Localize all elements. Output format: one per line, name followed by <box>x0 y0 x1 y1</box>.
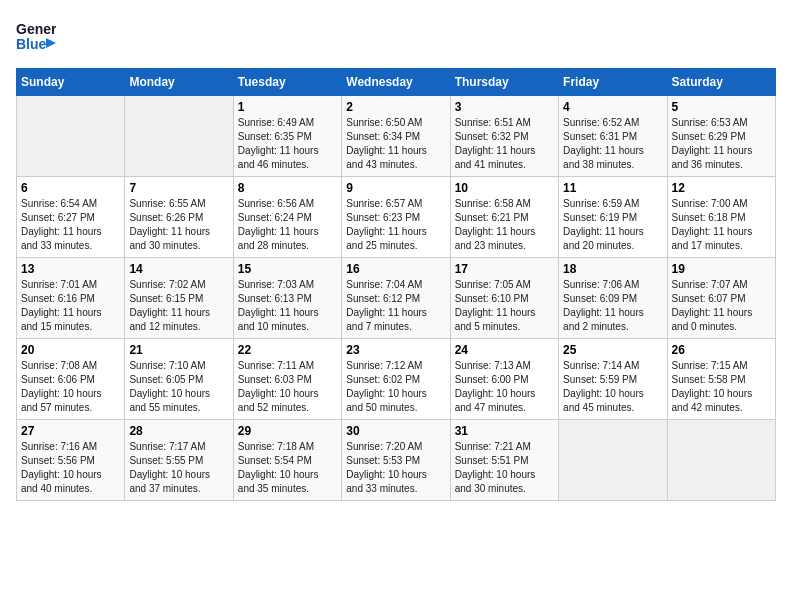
day-info: Sunrise: 7:17 AMSunset: 5:55 PMDaylight:… <box>129 440 228 496</box>
day-number: 2 <box>346 100 445 114</box>
calendar-cell: 31Sunrise: 7:21 AMSunset: 5:51 PMDayligh… <box>450 420 558 501</box>
calendar-cell: 20Sunrise: 7:08 AMSunset: 6:06 PMDayligh… <box>17 339 125 420</box>
day-info: Sunrise: 7:20 AMSunset: 5:53 PMDaylight:… <box>346 440 445 496</box>
day-info: Sunrise: 7:13 AMSunset: 6:00 PMDaylight:… <box>455 359 554 415</box>
calendar-cell: 15Sunrise: 7:03 AMSunset: 6:13 PMDayligh… <box>233 258 341 339</box>
weekday-header: Saturday <box>667 69 775 96</box>
day-number: 11 <box>563 181 662 195</box>
day-info: Sunrise: 7:06 AMSunset: 6:09 PMDaylight:… <box>563 278 662 334</box>
day-number: 30 <box>346 424 445 438</box>
calendar-week-row: 20Sunrise: 7:08 AMSunset: 6:06 PMDayligh… <box>17 339 776 420</box>
day-info: Sunrise: 6:56 AMSunset: 6:24 PMDaylight:… <box>238 197 337 253</box>
calendar-cell: 29Sunrise: 7:18 AMSunset: 5:54 PMDayligh… <box>233 420 341 501</box>
day-number: 16 <box>346 262 445 276</box>
calendar-cell: 21Sunrise: 7:10 AMSunset: 6:05 PMDayligh… <box>125 339 233 420</box>
logo: General Blue <box>16 16 62 58</box>
day-number: 25 <box>563 343 662 357</box>
day-info: Sunrise: 7:07 AMSunset: 6:07 PMDaylight:… <box>672 278 771 334</box>
day-number: 4 <box>563 100 662 114</box>
day-number: 13 <box>21 262 120 276</box>
calendar-cell: 26Sunrise: 7:15 AMSunset: 5:58 PMDayligh… <box>667 339 775 420</box>
day-info: Sunrise: 6:49 AMSunset: 6:35 PMDaylight:… <box>238 116 337 172</box>
day-info: Sunrise: 6:50 AMSunset: 6:34 PMDaylight:… <box>346 116 445 172</box>
day-number: 31 <box>455 424 554 438</box>
day-info: Sunrise: 6:59 AMSunset: 6:19 PMDaylight:… <box>563 197 662 253</box>
day-number: 6 <box>21 181 120 195</box>
calendar-cell: 23Sunrise: 7:12 AMSunset: 6:02 PMDayligh… <box>342 339 450 420</box>
calendar-cell: 16Sunrise: 7:04 AMSunset: 6:12 PMDayligh… <box>342 258 450 339</box>
day-info: Sunrise: 7:02 AMSunset: 6:15 PMDaylight:… <box>129 278 228 334</box>
weekday-header: Monday <box>125 69 233 96</box>
day-number: 17 <box>455 262 554 276</box>
day-info: Sunrise: 7:00 AMSunset: 6:18 PMDaylight:… <box>672 197 771 253</box>
day-info: Sunrise: 7:04 AMSunset: 6:12 PMDaylight:… <box>346 278 445 334</box>
calendar-week-row: 27Sunrise: 7:16 AMSunset: 5:56 PMDayligh… <box>17 420 776 501</box>
calendar-week-row: 1Sunrise: 6:49 AMSunset: 6:35 PMDaylight… <box>17 96 776 177</box>
day-number: 12 <box>672 181 771 195</box>
day-number: 24 <box>455 343 554 357</box>
calendar-cell: 18Sunrise: 7:06 AMSunset: 6:09 PMDayligh… <box>559 258 667 339</box>
calendar-cell: 22Sunrise: 7:11 AMSunset: 6:03 PMDayligh… <box>233 339 341 420</box>
svg-marker-2 <box>46 38 56 48</box>
calendar-cell: 27Sunrise: 7:16 AMSunset: 5:56 PMDayligh… <box>17 420 125 501</box>
calendar-cell: 1Sunrise: 6:49 AMSunset: 6:35 PMDaylight… <box>233 96 341 177</box>
day-info: Sunrise: 7:10 AMSunset: 6:05 PMDaylight:… <box>129 359 228 415</box>
day-info: Sunrise: 6:52 AMSunset: 6:31 PMDaylight:… <box>563 116 662 172</box>
day-info: Sunrise: 7:03 AMSunset: 6:13 PMDaylight:… <box>238 278 337 334</box>
calendar-cell: 10Sunrise: 6:58 AMSunset: 6:21 PMDayligh… <box>450 177 558 258</box>
day-number: 21 <box>129 343 228 357</box>
day-info: Sunrise: 7:18 AMSunset: 5:54 PMDaylight:… <box>238 440 337 496</box>
calendar-cell: 30Sunrise: 7:20 AMSunset: 5:53 PMDayligh… <box>342 420 450 501</box>
page-header: General Blue <box>16 16 776 58</box>
day-number: 15 <box>238 262 337 276</box>
calendar-cell: 7Sunrise: 6:55 AMSunset: 6:26 PMDaylight… <box>125 177 233 258</box>
calendar-cell: 9Sunrise: 6:57 AMSunset: 6:23 PMDaylight… <box>342 177 450 258</box>
calendar-cell: 11Sunrise: 6:59 AMSunset: 6:19 PMDayligh… <box>559 177 667 258</box>
calendar-table: SundayMondayTuesdayWednesdayThursdayFrid… <box>16 68 776 501</box>
day-number: 5 <box>672 100 771 114</box>
day-number: 10 <box>455 181 554 195</box>
day-info: Sunrise: 7:16 AMSunset: 5:56 PMDaylight:… <box>21 440 120 496</box>
calendar-cell: 8Sunrise: 6:56 AMSunset: 6:24 PMDaylight… <box>233 177 341 258</box>
weekday-header: Sunday <box>17 69 125 96</box>
day-info: Sunrise: 6:53 AMSunset: 6:29 PMDaylight:… <box>672 116 771 172</box>
day-number: 19 <box>672 262 771 276</box>
day-number: 23 <box>346 343 445 357</box>
calendar-cell <box>17 96 125 177</box>
day-number: 1 <box>238 100 337 114</box>
weekday-header: Thursday <box>450 69 558 96</box>
day-number: 26 <box>672 343 771 357</box>
day-info: Sunrise: 7:12 AMSunset: 6:02 PMDaylight:… <box>346 359 445 415</box>
calendar-week-row: 6Sunrise: 6:54 AMSunset: 6:27 PMDaylight… <box>17 177 776 258</box>
day-number: 28 <box>129 424 228 438</box>
day-info: Sunrise: 7:11 AMSunset: 6:03 PMDaylight:… <box>238 359 337 415</box>
weekday-header: Wednesday <box>342 69 450 96</box>
day-info: Sunrise: 6:54 AMSunset: 6:27 PMDaylight:… <box>21 197 120 253</box>
day-number: 29 <box>238 424 337 438</box>
day-info: Sunrise: 7:21 AMSunset: 5:51 PMDaylight:… <box>455 440 554 496</box>
calendar-cell: 14Sunrise: 7:02 AMSunset: 6:15 PMDayligh… <box>125 258 233 339</box>
day-number: 20 <box>21 343 120 357</box>
calendar-cell: 5Sunrise: 6:53 AMSunset: 6:29 PMDaylight… <box>667 96 775 177</box>
day-info: Sunrise: 7:15 AMSunset: 5:58 PMDaylight:… <box>672 359 771 415</box>
calendar-cell: 3Sunrise: 6:51 AMSunset: 6:32 PMDaylight… <box>450 96 558 177</box>
day-number: 18 <box>563 262 662 276</box>
day-info: Sunrise: 6:58 AMSunset: 6:21 PMDaylight:… <box>455 197 554 253</box>
svg-text:Blue: Blue <box>16 36 47 52</box>
day-number: 27 <box>21 424 120 438</box>
day-info: Sunrise: 6:57 AMSunset: 6:23 PMDaylight:… <box>346 197 445 253</box>
calendar-header-row: SundayMondayTuesdayWednesdayThursdayFrid… <box>17 69 776 96</box>
weekday-header: Tuesday <box>233 69 341 96</box>
calendar-cell: 28Sunrise: 7:17 AMSunset: 5:55 PMDayligh… <box>125 420 233 501</box>
calendar-cell: 2Sunrise: 6:50 AMSunset: 6:34 PMDaylight… <box>342 96 450 177</box>
calendar-cell: 19Sunrise: 7:07 AMSunset: 6:07 PMDayligh… <box>667 258 775 339</box>
day-info: Sunrise: 7:01 AMSunset: 6:16 PMDaylight:… <box>21 278 120 334</box>
day-number: 14 <box>129 262 228 276</box>
weekday-header: Friday <box>559 69 667 96</box>
calendar-cell: 12Sunrise: 7:00 AMSunset: 6:18 PMDayligh… <box>667 177 775 258</box>
calendar-week-row: 13Sunrise: 7:01 AMSunset: 6:16 PMDayligh… <box>17 258 776 339</box>
day-info: Sunrise: 6:55 AMSunset: 6:26 PMDaylight:… <box>129 197 228 253</box>
calendar-cell <box>125 96 233 177</box>
day-number: 8 <box>238 181 337 195</box>
calendar-cell <box>559 420 667 501</box>
